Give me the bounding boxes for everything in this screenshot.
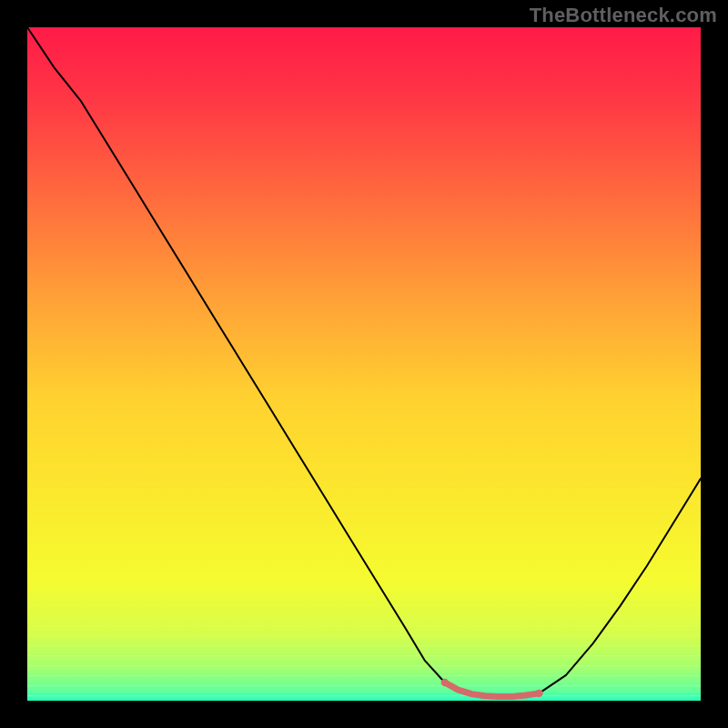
highlight-endpoint <box>441 679 449 686</box>
chart-container: TheBottleneck.com <box>0 0 728 728</box>
glow-band <box>27 625 701 626</box>
glow-band <box>27 675 701 676</box>
glow-band <box>27 655 701 656</box>
glow-band <box>27 685 701 686</box>
glow-band <box>27 615 701 616</box>
gradient-background <box>27 27 701 701</box>
glow-band <box>27 605 701 606</box>
chart-svg <box>27 27 701 701</box>
watermark-text: TheBottleneck.com <box>530 4 717 27</box>
glow-band <box>27 665 701 666</box>
glow-band <box>27 645 701 646</box>
highlight-endpoint <box>535 690 542 697</box>
glow-band <box>27 695 701 696</box>
plot-area <box>27 27 701 701</box>
